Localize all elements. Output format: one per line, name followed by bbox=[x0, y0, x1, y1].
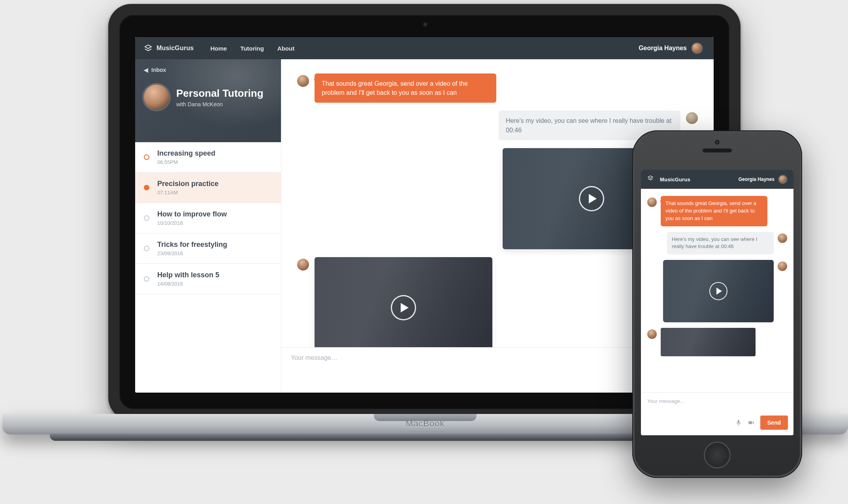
thread-title: Precision practice bbox=[157, 180, 219, 188]
user-menu[interactable]: Georgia Haynes bbox=[739, 175, 787, 184]
message-bubble-tutor: That sounds great Georgia, send over a v… bbox=[661, 196, 767, 226]
thread-meta: 14/08/2016 bbox=[157, 281, 219, 287]
video-attachment[interactable] bbox=[315, 257, 492, 347]
macbook-screen: MusicGurus Home Tutoring About Georgia H… bbox=[135, 37, 714, 393]
tutor-avatar bbox=[647, 329, 657, 339]
play-icon bbox=[709, 282, 727, 300]
thread-meta: 23/09/2016 bbox=[157, 250, 227, 256]
sidebar: ◀ Inbox Personal Tutoring with Dana McKe… bbox=[135, 59, 281, 393]
thread-title: Tricks for freestyling bbox=[157, 241, 227, 249]
user-name: Georgia Haynes bbox=[739, 177, 775, 182]
message-bubble-user: Here's my video, you can see where I rea… bbox=[667, 232, 774, 255]
logo-icon bbox=[647, 175, 656, 184]
iphone-screen: MusicGurus Georgia Haynes That sounds gr… bbox=[641, 170, 793, 435]
mobile-composer: Send bbox=[641, 392, 793, 435]
user-avatar bbox=[778, 261, 787, 271]
camera-icon[interactable] bbox=[748, 419, 755, 426]
message-row bbox=[647, 260, 787, 322]
avatar bbox=[692, 43, 703, 54]
sidebar-header: ◀ Inbox Personal Tutoring with Dana McKe… bbox=[135, 59, 281, 142]
thread-list: Increasing speed 06:55PM Precision pract… bbox=[135, 142, 281, 393]
status-dot bbox=[144, 246, 149, 251]
brand[interactable]: MusicGurus bbox=[144, 44, 194, 53]
status-dot bbox=[144, 154, 149, 160]
svg-rect-1 bbox=[748, 421, 752, 424]
thread-item[interactable]: How to improve flow 10/10/2016 bbox=[135, 203, 281, 233]
play-icon bbox=[579, 186, 604, 211]
thread-item[interactable]: Tricks for freestyling 23/09/2016 bbox=[135, 233, 281, 264]
video-attachment[interactable] bbox=[663, 260, 774, 322]
sidebar-title: Personal Tutoring bbox=[176, 87, 264, 100]
app: MusicGurus Home Tutoring About Georgia H… bbox=[135, 37, 714, 393]
nav-home[interactable]: Home bbox=[210, 45, 227, 52]
macbook-camera bbox=[423, 22, 428, 27]
app-body: ◀ Inbox Personal Tutoring with Dana McKe… bbox=[135, 59, 714, 393]
thread-meta: 07:11AM bbox=[157, 190, 219, 196]
status-dot bbox=[144, 185, 149, 190]
logo-icon bbox=[144, 44, 153, 53]
thread-meta: 06:55PM bbox=[157, 159, 215, 165]
mobile-conversation[interactable]: That sounds great Georgia, send over a v… bbox=[641, 189, 793, 392]
iphone-camera bbox=[715, 140, 720, 145]
tutor-avatar bbox=[297, 259, 309, 271]
message-input[interactable] bbox=[646, 398, 788, 404]
status-dot bbox=[144, 215, 149, 221]
mic-icon[interactable] bbox=[735, 419, 742, 426]
user-avatar bbox=[686, 112, 698, 124]
message-row bbox=[647, 328, 787, 356]
message-bubble-tutor: That sounds great Georgia, send over a v… bbox=[315, 73, 496, 103]
user-menu[interactable]: Georgia Haynes bbox=[639, 43, 703, 54]
tutor-avatar bbox=[647, 197, 657, 207]
nav-tutoring[interactable]: Tutoring bbox=[240, 45, 264, 52]
status-dot bbox=[144, 276, 149, 282]
mobile-topbar: MusicGurus Georgia Haynes bbox=[641, 170, 793, 189]
play-icon bbox=[391, 295, 416, 320]
tutor-avatar bbox=[297, 75, 309, 87]
iphone-frame: MusicGurus Georgia Haynes That sounds gr… bbox=[632, 130, 802, 478]
message-row: That sounds great Georgia, send over a v… bbox=[647, 196, 787, 226]
nav: Home Tutoring About bbox=[210, 45, 294, 52]
thread-title: Increasing speed bbox=[157, 149, 215, 158]
thread-title: How to improve flow bbox=[157, 210, 227, 218]
tutor-avatar bbox=[144, 85, 169, 110]
brand[interactable]: MusicGurus bbox=[647, 175, 690, 184]
back-icon: ◀ bbox=[144, 67, 148, 73]
nav-about[interactable]: About bbox=[277, 45, 294, 52]
thread-title: Help with lesson 5 bbox=[157, 271, 219, 279]
user-name: Georgia Haynes bbox=[639, 45, 687, 52]
thread-item[interactable]: Precision practice 07:11AM bbox=[135, 173, 281, 203]
thread-meta: 10/10/2016 bbox=[157, 220, 227, 226]
user-avatar bbox=[778, 233, 787, 243]
iphone-earpiece bbox=[703, 149, 732, 152]
send-button[interactable]: Send bbox=[760, 416, 788, 430]
avatar bbox=[778, 175, 787, 184]
sidebar-subtitle: with Dana McKeon bbox=[176, 101, 264, 107]
topbar: MusicGurus Home Tutoring About Georgia H… bbox=[135, 37, 714, 59]
thread-item[interactable]: Help with lesson 5 14/08/2016 bbox=[135, 264, 281, 294]
iphone-home-button[interactable] bbox=[704, 442, 731, 468]
message-row: That sounds great Georgia, send over a v… bbox=[297, 73, 698, 103]
thread-item[interactable]: Increasing speed 06:55PM bbox=[135, 142, 281, 173]
back-label: Inbox bbox=[151, 67, 166, 73]
back-to-inbox[interactable]: ◀ Inbox bbox=[144, 67, 166, 73]
brand-label: MusicGurus bbox=[156, 45, 194, 52]
message-row: Here's my video, you can see where I rea… bbox=[647, 232, 787, 255]
video-attachment[interactable] bbox=[661, 328, 756, 356]
brand-label: MusicGurus bbox=[660, 177, 690, 182]
